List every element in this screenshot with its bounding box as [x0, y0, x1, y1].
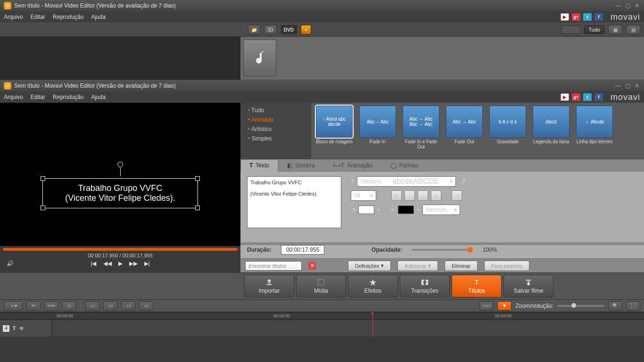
split-icon[interactable]: ✂✂ — [44, 301, 58, 311]
nav-import[interactable]: Importar — [244, 275, 294, 297]
timeline-ruler[interactable]: 00:00:00 00:02:00 00:04:00 — [0, 313, 644, 320]
tab-animacao[interactable]: ⟷T Animação — [324, 159, 381, 172]
search-titles-input[interactable]: Encontrar títulos — [245, 261, 302, 271]
resize-handle-br[interactable] — [195, 206, 200, 210]
cut-icon[interactable]: ✂ — [26, 301, 41, 311]
visibility-icon[interactable]: 👁 — [19, 325, 25, 332]
title-text-input[interactable]: Trabalho Grupo VVFC (Vicente Vitor Felip… — [247, 176, 341, 228]
add-button[interactable]: Adicionar ▾ — [397, 261, 438, 271]
twitter-icon[interactable]: t — [583, 93, 592, 101]
preview-pane[interactable]: Trabalho Grupo VVFC (Vicente Vitor Felip… — [0, 103, 240, 272]
googleplus-icon[interactable]: g+ — [572, 13, 580, 21]
tool-3-icon[interactable]: ▭ — [121, 301, 135, 311]
maximize-icon[interactable]: ▢ — [624, 2, 631, 9]
cat-animado[interactable]: Animado — [240, 115, 311, 124]
underline-button[interactable]: U — [418, 190, 428, 201]
googleplus-icon[interactable]: g+ — [572, 93, 580, 101]
volume-icon[interactable]: 🔊 — [7, 260, 14, 267]
menu-arquivo[interactable]: Arquivo — [4, 14, 23, 20]
track-header[interactable]: 4 T 👁 — [0, 320, 52, 337]
bold-button[interactable]: B — [391, 190, 402, 201]
title-thumb-2[interactable]: Abc → Abc Abc → AbcFade In e Fade Out — [402, 106, 440, 156]
minimize-icon[interactable]: — — [615, 2, 621, 9]
title-thumb-6[interactable]: ← AbcdeLinha tipo letreiro — [575, 106, 614, 156]
list-view-icon[interactable]: ▤ — [626, 25, 640, 34]
fullscreen-icon[interactable]: ⛶ — [626, 301, 640, 311]
crop-icon[interactable]: ◇ — [62, 301, 76, 311]
close-icon[interactable]: ✕ — [634, 2, 640, 9]
twitter-icon[interactable]: t — [583, 13, 592, 21]
playhead[interactable] — [372, 313, 373, 337]
next-frame-icon[interactable]: ▶▶ — [129, 260, 138, 267]
youtube-icon[interactable]: ▶ — [561, 13, 569, 21]
youtube-icon[interactable]: ▶ — [561, 93, 569, 101]
audio-clip-thumb[interactable] — [243, 40, 276, 76]
outline-color-swatch[interactable] — [398, 206, 414, 214]
zoom-slider[interactable] — [557, 305, 604, 307]
tool-4-icon[interactable]: ▭ — [139, 301, 153, 311]
italic-button[interactable]: I — [405, 190, 415, 201]
btn-dvd[interactable]: DVD — [281, 25, 297, 34]
facebook-icon[interactable]: f — [594, 93, 603, 101]
facebook-icon[interactable]: f — [594, 13, 603, 21]
timeline[interactable]: 00:00:00 00:02:00 00:04:00 4 T 👁 — [0, 312, 644, 337]
snap-icon[interactable]: ▭▭ — [479, 301, 494, 311]
font-size-select[interactable]: 54▾ — [351, 190, 376, 201]
clear-search-icon[interactable]: ✕ — [308, 262, 316, 270]
prev-frame-icon[interactable]: ◀◀ — [103, 260, 112, 267]
fit-zoom-icon[interactable]: 🔍 — [608, 301, 622, 311]
cat-simples[interactable]: Simples — [240, 134, 311, 143]
title-thumb-4[interactable]: b A c d eGravidade — [488, 106, 527, 156]
opacity-slider[interactable] — [412, 249, 473, 251]
nav-transitions[interactable]: Transições — [400, 275, 450, 297]
open-folder-icon[interactable]: 📁 — [248, 25, 260, 34]
goto-end-icon[interactable]: ▶| — [144, 260, 150, 267]
menu-ajuda[interactable]: Ajuda — [91, 14, 106, 20]
clear-format-icon[interactable]: T̸ — [459, 176, 469, 187]
resize-handle-tl[interactable] — [41, 176, 45, 181]
cat-artistico[interactable]: Artístico — [240, 124, 311, 134]
effects-icon[interactable]: ✦ — [301, 25, 311, 34]
menu-editar[interactable]: Editar — [31, 14, 45, 20]
rotate-handle[interactable] — [117, 162, 123, 167]
align-button[interactable]: ≡▾ — [452, 190, 462, 201]
nav-effects[interactable]: Efeitos — [348, 275, 398, 297]
menu-arquivo[interactable]: Arquivo — [4, 94, 23, 100]
cat-tudo[interactable]: Tudo — [240, 106, 311, 115]
nav-save[interactable]: Salvar filme — [504, 275, 553, 297]
view-mode-dropdown[interactable] — [561, 25, 580, 34]
play-icon[interactable]: ▶ — [118, 260, 123, 267]
nav-titles[interactable]: TTítulos — [452, 275, 502, 297]
tab-sombra[interactable]: ◧ Sombra — [278, 159, 324, 172]
marker-icon[interactable]: ▼ — [497, 301, 512, 311]
defaults-button[interactable]: Para padrões — [484, 261, 529, 271]
tab-texto[interactable]: TTexto — [240, 159, 278, 172]
menu-reproducao[interactable]: Reprodução — [53, 94, 83, 100]
add-track-button[interactable]: ＋▾ — [4, 301, 23, 311]
fill-color-swatch[interactable] — [358, 206, 374, 214]
title-thumb-5[interactable]: AbcdLegenda da faixa — [532, 106, 570, 156]
menu-ajuda[interactable]: Ajuda — [91, 94, 106, 100]
title-edit-box[interactable]: Trabalho Grupo VVFC (Vicente Vitor Felip… — [42, 178, 198, 208]
tool-2-icon[interactable]: ▭ — [103, 301, 117, 311]
tab-formas[interactable]: ◯ Formas — [381, 159, 428, 172]
strike-button[interactable]: S — [431, 190, 441, 201]
tool-1-icon[interactable]: ▭ — [85, 301, 99, 311]
goto-start-icon[interactable]: |◀ — [91, 260, 96, 267]
outline-width-select[interactable]: Nenhum▾ — [422, 205, 460, 215]
minimize-icon[interactable]: — — [615, 82, 621, 89]
remove-button[interactable]: Eliminar — [445, 261, 478, 271]
menu-reproducao[interactable]: Reprodução — [53, 14, 83, 20]
grid-view-icon[interactable]: ▦ — [608, 25, 622, 34]
title-thumb-1[interactable]: Abc→ AbcFade In — [358, 106, 397, 156]
title-thumb-3[interactable]: Abc → AbcFade Out — [445, 106, 484, 156]
btn-tudo[interactable]: Tudo — [584, 25, 604, 34]
font-family-select[interactable]: Verdana abcdeABCDE ▾ — [357, 176, 456, 187]
duration-input[interactable]: 00:00:17.955 — [281, 245, 324, 255]
nav-media[interactable]: Mídia — [296, 275, 346, 297]
scrub-bar[interactable] — [3, 248, 238, 251]
definitions-button[interactable]: Definições ▾ — [348, 261, 391, 271]
resize-handle-bl[interactable] — [41, 206, 45, 210]
menu-editar[interactable]: Editar — [31, 94, 45, 100]
resize-handle-tr[interactable] — [195, 176, 200, 181]
